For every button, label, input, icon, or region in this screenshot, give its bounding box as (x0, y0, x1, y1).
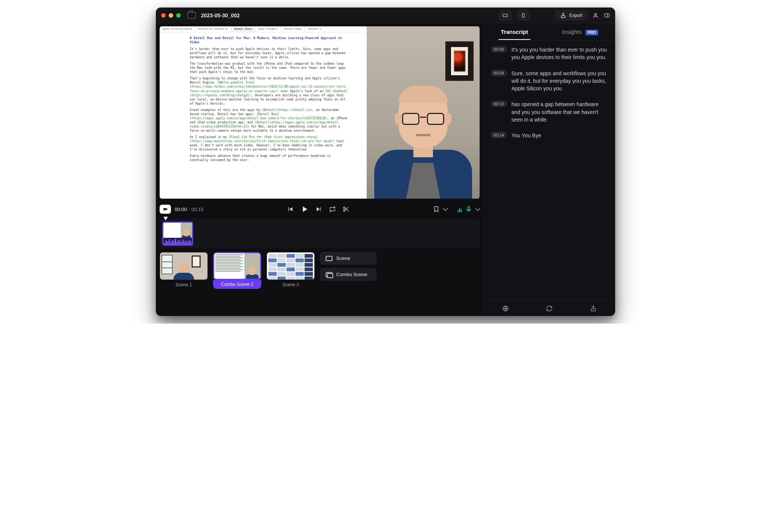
next-button[interactable] (315, 206, 322, 213)
audio-level-icon (458, 206, 462, 212)
doc-paragraph: That's beginning to change with the focu… (190, 76, 348, 105)
titlebar: 2023-05-30_002 Export (156, 8, 615, 23)
transcript-text: You You Bye (512, 132, 608, 139)
transcript-line[interactable]: 00:10 has opened a gap between hardware … (491, 100, 608, 123)
svg-point-7 (344, 210, 346, 212)
scenes-row: Scene 1 Combo Scene 2 (160, 252, 480, 289)
tab-insights[interactable]: Insights PRO (560, 24, 600, 40)
add-scene-label: Scene (336, 255, 350, 261)
svg-rect-0 (503, 14, 507, 17)
project-title: 2023-05-30_002 (201, 12, 240, 18)
svg-point-6 (344, 207, 346, 209)
timeline-clip[interactable] (162, 222, 193, 246)
inspector-footer (484, 300, 615, 316)
wall-art (445, 41, 474, 81)
minimize-window-button[interactable] (169, 13, 173, 18)
doc-paragraph: It's harder than ever to push Apple devi… (190, 47, 348, 59)
scene-card[interactable]: Scene 3 (267, 252, 315, 287)
account-icon[interactable] (593, 12, 599, 18)
project-folder-icon[interactable] (187, 12, 196, 19)
transcript-line[interactable]: 00:14 You You Bye (491, 132, 608, 139)
transcript-text: Sure, some apps and workflows you you wi… (512, 70, 608, 93)
preview-canvas[interactable]: Apple Briefing Notes MacStories Unwind W… (160, 26, 480, 199)
add-combo-label: Combo Scene (336, 272, 367, 277)
audio-menu-caret[interactable] (475, 206, 480, 211)
app-window: 2023-05-30_002 Export Apple Briefing Not (156, 8, 615, 316)
svg-point-3 (594, 13, 596, 15)
camera-view (367, 26, 480, 199)
inspector-tabs: Transcript Insights PRO (484, 23, 615, 41)
timestamp: 00:14 (491, 132, 507, 138)
doc-tab: Deep Thoughts (256, 26, 281, 32)
add-scene-button[interactable]: Scene (320, 252, 376, 264)
scene-card[interactable]: Scene 1 (160, 252, 208, 287)
add-combo-scene-button[interactable]: Combo Scene (320, 268, 376, 281)
playback-controls: 00:00/00:15 (160, 201, 480, 217)
timestamp: 00:04 (491, 70, 507, 76)
aspect-toggle-button[interactable] (499, 11, 512, 20)
pro-badge: PRO (585, 30, 598, 35)
share-icon[interactable] (590, 305, 597, 312)
svg-rect-1 (523, 13, 524, 17)
share-icon (560, 12, 566, 18)
scene-card-selected[interactable]: Combo Scene 2 (213, 252, 261, 289)
close-window-button[interactable] (161, 13, 166, 18)
editor-pane: Apple Briefing Notes MacStories Unwind W… (156, 8, 483, 316)
timestamp: 00:00 (491, 46, 507, 53)
window-controls (161, 13, 181, 18)
scene-label: Scene 1 (160, 282, 208, 287)
export-label: Export (569, 13, 582, 18)
svg-rect-8 (468, 207, 470, 210)
fullscreen-window-button[interactable] (176, 13, 181, 18)
transcript-line[interactable]: 00:00 It's you you harder than ever to p… (491, 46, 608, 61)
transcript-line[interactable]: 00:04 Sure, some apps and workflows you … (491, 70, 608, 93)
scene-label: Combo Scene 2 (213, 280, 261, 289)
microphone-icon[interactable] (465, 206, 472, 213)
prev-button[interactable] (287, 206, 294, 213)
inspector-pane: Transcript Insights PRO 00:00 It's you y… (483, 8, 615, 316)
waveform (163, 238, 192, 246)
doc-paragraph: As I explained in my [Final Cut Pro for … (190, 135, 348, 152)
combo-scene-icon (326, 272, 332, 277)
doc-tab: Unwind Ideas (281, 26, 305, 32)
duration: 00:15 (191, 207, 204, 212)
play-button[interactable] (300, 205, 309, 213)
sidebar-toggle-icon[interactable] (604, 12, 610, 18)
doc-tab: Sponsor C (305, 26, 325, 32)
playhead[interactable] (163, 217, 168, 220)
scene-icon (326, 256, 332, 261)
transcript-list: 00:00 It's you you harder than ever to p… (484, 41, 615, 300)
timestamp: 00:10 (491, 100, 507, 107)
bookmark-button[interactable] (433, 206, 440, 213)
doc-paragraph: The transformation was gradual with the … (190, 62, 348, 74)
transcript-text: It's you you harder than ever to push yo… (512, 46, 608, 61)
refresh-icon[interactable] (546, 305, 553, 312)
screen-share-view: Apple Briefing Notes MacStories Unwind W… (160, 26, 367, 199)
cut-button[interactable] (343, 206, 349, 213)
export-button[interactable]: Export (555, 11, 587, 20)
doc-heading: # Detail Duo and Detail for Mac: A Moder… (190, 36, 348, 45)
doc-tab-active: Detail Story (232, 26, 256, 32)
current-time: 00:00 (175, 207, 187, 212)
timeline[interactable] (160, 219, 480, 248)
loop-button[interactable] (329, 206, 336, 213)
doc-tabs: Apple Briefing Notes MacStories Unwind W… (160, 26, 367, 32)
device-toggle-button[interactable] (517, 11, 530, 20)
scene-label: Scene 3 (267, 282, 315, 287)
svg-rect-4 (605, 14, 609, 17)
record-button[interactable] (160, 205, 171, 214)
tab-transcript[interactable]: Transcript (498, 24, 530, 40)
doc-paragraph: Great examples of this are the apps by [… (190, 108, 348, 133)
doc-tab: MacStories Unwind W… (195, 26, 231, 32)
bookmark-menu-caret[interactable] (443, 206, 448, 211)
doc-tab: Apple Briefing Notes (160, 26, 195, 32)
language-icon[interactable] (502, 305, 509, 312)
time-display: 00:00/00:15 (175, 207, 204, 212)
transcript-text: has opened a gap between hardware and yo… (512, 100, 608, 123)
doc-paragraph: Every hardware advance that creates a hu… (190, 154, 348, 162)
presenter (374, 78, 472, 199)
